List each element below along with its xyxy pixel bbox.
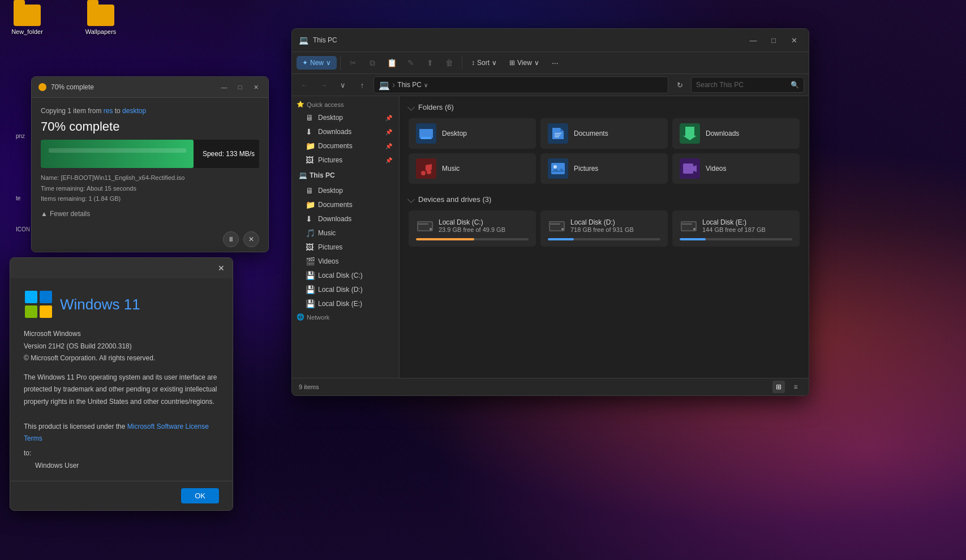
folder-card-documents[interactable]: Documents	[540, 118, 668, 149]
drive-e-header: Local Disk (E:) 144 GB free of 187 GB	[680, 217, 792, 235]
path-dropdown[interactable]: ∨	[424, 82, 428, 88]
drive-e-icon	[680, 217, 698, 235]
cut-button[interactable]: ✂	[344, 54, 362, 71]
pause-button[interactable]: ⏸	[223, 231, 239, 247]
sidebar-item-downloads-qa[interactable]: ⬇ Downloads 📌	[294, 125, 397, 139]
sidebar-item-pictures-qa[interactable]: 🖼 Pictures 📌	[294, 153, 397, 167]
delete-button[interactable]: 🗑	[440, 54, 458, 71]
sidebar-item-local-e[interactable]: 💾 Local Disk (E:)	[294, 297, 397, 311]
sidebar-this-pc-header[interactable]: 💻 This PC	[294, 168, 397, 183]
share-button[interactable]: ⬆	[421, 54, 439, 71]
pictures-folder-icon	[548, 158, 568, 179]
paste-button[interactable]: 📋	[383, 54, 401, 71]
fe-close-button[interactable]: ✕	[786, 32, 802, 48]
rename-button[interactable]: ✎	[402, 54, 420, 71]
search-box[interactable]: Search This PC 🔍	[691, 77, 804, 93]
folders-section-header: Folders (6)	[409, 103, 800, 111]
progress-container: Speed: 133 MB/s	[41, 140, 259, 168]
svg-point-17	[430, 228, 432, 230]
copy-progress-icon	[38, 83, 46, 91]
sidebar-item-videos-pc[interactable]: 🎬 Videos	[294, 255, 397, 268]
videos-pc-icon: 🎬	[306, 257, 315, 266]
minimize-button[interactable]: —	[218, 81, 230, 93]
back-button[interactable]: ←	[297, 77, 312, 93]
drive-card-d[interactable]: Local Disk (D:) 718 GB free of 931 GB	[540, 210, 668, 247]
view-list-button[interactable]: ≡	[789, 381, 802, 393]
folder-card-pictures[interactable]: Pictures	[540, 153, 668, 184]
sidebar-network-header[interactable]: 🌐 Network	[292, 311, 399, 323]
downloads-qa-icon: ⬇	[306, 127, 315, 136]
sidebar-item-documents-qa[interactable]: 📁 Documents 📌	[294, 139, 397, 153]
sidebar-quick-access-header[interactable]: ⭐ Quick access	[292, 98, 399, 110]
svg-rect-12	[551, 163, 565, 174]
about-titlebar: ✕	[10, 258, 233, 278]
drive-card-e[interactable]: Local Disk (E:) 144 GB free of 187 GB	[672, 210, 800, 247]
sidebar-item-downloads-pc[interactable]: ⬇ Downloads	[294, 212, 397, 226]
sidebar-item-local-d[interactable]: 💾 Local Disk (D:)	[294, 283, 397, 296]
videos-pc-label: Videos	[318, 257, 338, 265]
fe-main-panel: Folders (6) Desktop	[400, 96, 809, 378]
sidebar-item-desktop-qa[interactable]: 🖥 Desktop 📌	[294, 111, 397, 124]
drive-c-progress	[416, 238, 529, 240]
fewer-details-button[interactable]: ▲ Fewer details	[41, 210, 90, 218]
svg-rect-2	[25, 305, 37, 318]
drives-section-label: Devices and drives (3)	[418, 195, 491, 204]
about-footer: OK	[10, 481, 233, 510]
pictures-pc-icon: 🖼	[306, 243, 315, 252]
svg-rect-8	[555, 135, 560, 136]
address-bar[interactable]: 💻 › This PC ∨	[373, 76, 668, 93]
up-button[interactable]: ↑	[354, 77, 370, 93]
folder-card-downloads[interactable]: Downloads	[672, 118, 800, 149]
more-options-button[interactable]: ···	[546, 54, 564, 71]
toolbar-separator-1	[340, 56, 341, 70]
sidebar-item-local-c[interactable]: 💾 Local Disk (C:)	[294, 269, 397, 282]
view-button[interactable]: ⊞ View ∨	[504, 56, 545, 70]
fe-status-bar: 9 items ⊞ ≡	[292, 378, 809, 395]
drive-c-icon	[416, 217, 434, 235]
copy-dialog-titlebar: 70% complete — □ ✕	[32, 77, 268, 98]
local-c-icon: 💾	[306, 271, 315, 280]
drive-card-c[interactable]: Local Disk (C:) 23.9 GB free of 49.9 GB	[409, 210, 536, 247]
desktop-icon-new-folder[interactable]: New_folder	[5, 5, 50, 35]
recent-locations-button[interactable]: ∨	[335, 77, 351, 93]
downloads-qa-label: Downloads	[318, 128, 351, 136]
desktop-icon-label: Wallpapers	[85, 28, 117, 35]
copy-button[interactable]: ⧉	[363, 54, 381, 71]
svg-rect-0	[25, 291, 37, 303]
drive-d-progress	[548, 238, 660, 240]
desktop-item-pnz: pnz	[16, 133, 25, 139]
fe-restore-button[interactable]: □	[766, 32, 782, 48]
desktop-pc-icon: 🖥	[306, 186, 315, 195]
folder-card-videos[interactable]: Videos	[672, 153, 800, 184]
fe-minimize-button[interactable]: —	[745, 32, 761, 48]
forward-button[interactable]: →	[316, 77, 332, 93]
svg-rect-1	[40, 291, 52, 303]
path-icon: 💻	[379, 80, 390, 91]
refresh-button[interactable]: ↻	[672, 77, 688, 93]
close-button[interactable]: ✕	[250, 81, 261, 93]
sidebar-item-pictures-pc[interactable]: 🖼 Pictures	[294, 240, 397, 254]
svg-rect-6	[420, 138, 432, 139]
sidebar-item-documents-pc[interactable]: 📁 Documents	[294, 198, 397, 212]
restore-button[interactable]: □	[234, 81, 246, 93]
sidebar-item-music-pc[interactable]: 🎵 Music	[294, 226, 397, 240]
cancel-button[interactable]: ✕	[243, 231, 259, 247]
file-explorer: 💻 This PC — □ ✕ ✦ New ∨ ✂ ⧉ 📋 ✎ ⬆ 🗑 ↕ So…	[291, 28, 809, 396]
folder-card-music[interactable]: Music	[409, 153, 536, 184]
svg-point-25	[693, 228, 695, 230]
sidebar-item-desktop-pc[interactable]: 🖥 Desktop	[294, 184, 397, 197]
about-windows-dialog: ✕ Windows 11 Microsoft Windows Version 2…	[10, 257, 233, 511]
ok-button[interactable]: OK	[181, 488, 219, 503]
view-grid-button[interactable]: ⊞	[772, 381, 785, 393]
windows-title: Windows 11	[60, 296, 140, 313]
new-button[interactable]: ✦ New ∨	[297, 56, 337, 70]
folder-card-desktop[interactable]: Desktop	[409, 118, 536, 149]
svg-rect-14	[683, 163, 693, 174]
desktop-icon-wallpapers[interactable]: Wallpapers	[78, 5, 123, 35]
about-close-button[interactable]: ✕	[214, 261, 228, 275]
pictures-qa-icon: 🖼	[306, 156, 315, 165]
sort-button[interactable]: ↕ Sort ∨	[466, 56, 503, 70]
svg-rect-3	[40, 305, 52, 318]
documents-qa-label: Documents	[318, 142, 353, 150]
folders-grid: Desktop Documents	[409, 118, 800, 184]
